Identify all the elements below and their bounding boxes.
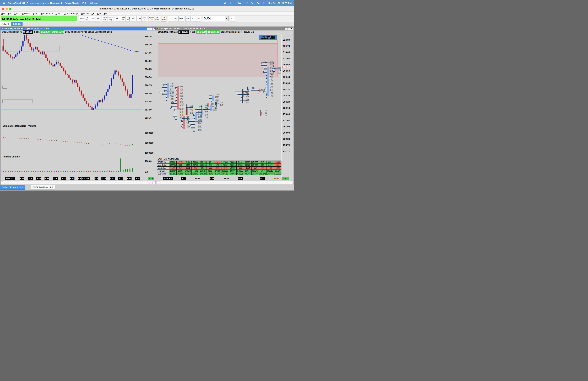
chevron-down-icon[interactable]: ▼	[225, 16, 228, 21]
toolbar-button-srv-set[interactable]: SrvSet	[84, 16, 90, 22]
volume-profile-box	[176, 96, 177, 98]
table-cell: 6146	[184, 161, 191, 164]
chart1-price-scale[interactable]: 355.25345.10334.95324.80314.65304.50294.…	[143, 34, 156, 177]
app-menu-item[interactable]: Window	[80, 12, 90, 15]
app-menu-item[interactable]: Global Settings	[63, 12, 80, 15]
toolbar-button-val-wind[interactable]: ValWind	[155, 16, 160, 22]
toolbar-button-dis[interactable]: Dis	[95, 16, 100, 22]
toolbar-button-4h[interactable]: 4H	[196, 16, 201, 22]
volume-profile-box	[195, 110, 202, 111]
toolbar-button-con[interactable]: Con	[90, 16, 95, 22]
minimize-icon[interactable]: _	[284, 27, 287, 30]
chartbook-tab-9-17-25[interactable]: 9.17.25	[0, 22, 11, 26]
toolbar-button-cdl-bars[interactable]: CdlBars	[161, 16, 167, 22]
app-menu-item[interactable]: Trade	[54, 12, 63, 15]
app-menu-item[interactable]: Tools	[31, 12, 39, 15]
toolbar-button-rplay-chrt[interactable]: RplayChrt	[148, 16, 154, 22]
volume-profile-box	[180, 106, 187, 108]
toolbar-button-text[interactable]: Text	[137, 16, 142, 22]
volume-profile-value: 9702	[275, 73, 281, 74]
minimize-icon[interactable]: _	[147, 27, 150, 30]
toolbar-gap	[160, 16, 161, 22]
chart1-scrollbar[interactable]: ‹ ›	[1, 181, 156, 185]
chartbook-tab-9-20-25[interactable]: 9.20.25	[11, 22, 22, 26]
chart2-titlebar[interactable]: DUOL[M] 240 Min #2 L:1 | DUOLINGO, INC. …	[156, 27, 293, 30]
table-row: Min Delta:-100-3175-2891-9911367-783-272…	[157, 167, 281, 170]
table-cell: 220002	[191, 172, 199, 175]
table-cell: 956347	[251, 170, 259, 172]
snowflake-icon[interactable]: ✳	[230, 1, 232, 5]
toolbar-button-chart-stdy[interactable]: ChartStdy	[108, 16, 113, 22]
status-segment: DUOL[M] 240 Min #1	[1, 30, 22, 34]
battery-icon[interactable]	[238, 2, 243, 4]
app-menu-item[interactable]: Analysis	[21, 12, 31, 15]
table-cell: -13988	[274, 161, 281, 164]
chart1-plot-area[interactable]: Cumulative Delta Bars - Volume Relative …	[1, 34, 143, 177]
toolbar-button-line[interactable]: Line	[131, 16, 136, 22]
scroll-left-icon[interactable]: ‹	[1, 181, 4, 184]
volume-profile-value: 100	[202, 117, 208, 118]
toolbar-button-ptr[interactable]: Ptr	[115, 16, 120, 22]
app-menu-item[interactable]: CB	[90, 12, 96, 15]
chart2-price-scale[interactable]: 324.80320.74316.68312.62308.56304.50300.…	[281, 34, 293, 177]
app-menu-item[interactable]: Chart	[13, 12, 21, 15]
volume-profile-box	[181, 126, 183, 128]
table-cell: 158120	[199, 161, 207, 164]
toolbar-button-d[interactable]: D	[168, 16, 173, 22]
toolbar-button-chart-set[interactable]: ChartSet	[102, 16, 107, 22]
table-cell: -9911	[191, 167, 199, 170]
table-cell: 679221	[236, 172, 244, 175]
scroll-left-icon[interactable]: ‹	[157, 181, 160, 184]
macos-app-title[interactable]: SierraChart_64 (C_users_crossover_Docume…	[8, 2, 79, 4]
nordvpn-icon[interactable]	[224, 1, 227, 5]
close-icon[interactable]: X	[153, 27, 156, 30]
chart1-titlebar[interactable]: DUOL[M] 240 Min #1 L:1 | DUOLINGO, INC. …	[0, 27, 156, 30]
chart2-date-axis: 2025-9-169-1712:009-1812:009-199-2212:00…	[157, 177, 293, 181]
table-cell: 653	[259, 164, 267, 167]
table-cell: 364716	[221, 172, 229, 175]
updown-arrow-icon[interactable]: ↕	[234, 2, 236, 5]
siri-icon[interactable]	[262, 2, 265, 5]
app-menu-item[interactable]: Edit	[6, 12, 13, 15]
status-segment: T: 685	[33, 30, 40, 34]
table-cell: 160524	[199, 170, 207, 172]
table-cell: 284994	[229, 170, 236, 172]
window-tab[interactable]: DUOL 240 Min #1 L:1	[0, 185, 25, 190]
toolbar-button-wk[interactable]: Wk	[173, 16, 178, 22]
chart2-plot-area[interactable]: 13:37:58 BOTTOM NUMBERS DELTA Vol:180801…	[157, 34, 281, 177]
symbol-combo[interactable]: DUOL▼	[203, 16, 229, 21]
app-menu-item[interactable]: Spreadsheet	[39, 12, 54, 15]
volume-profile-box	[265, 73, 267, 74]
wifi-icon[interactable]	[245, 2, 249, 4]
close-icon[interactable]: X	[290, 27, 293, 30]
toolbar-button-1h[interactable]: 1H	[191, 16, 196, 22]
toolbar-button-hand[interactable]: Hand	[79, 16, 84, 22]
app-menu-item[interactable]: Help	[102, 12, 109, 15]
scroll-right-icon[interactable]: ›	[152, 181, 155, 184]
chart2-scrollbar[interactable]: ‹ ›	[157, 181, 293, 185]
macos-menu-edit[interactable]: Edit	[82, 2, 86, 4]
toolbar-button-tool-cfg1[interactable]: ToolCfg1	[142, 16, 147, 22]
toolbar-button-adj-reg[interactable]: AdjReg	[126, 16, 131, 22]
macos-menu-window[interactable]: Window	[90, 2, 98, 4]
maximize-icon[interactable]: □	[287, 27, 290, 30]
table-cell: -500	[274, 164, 281, 167]
maximize-icon[interactable]: □	[150, 27, 153, 30]
macos-clock[interactable]: Mon Sep 22 12:37 PM	[268, 2, 292, 4]
search-icon[interactable]	[251, 2, 254, 4]
dvp-button[interactable]: DVP	[230, 16, 235, 22]
table-cell: 348	[259, 161, 267, 164]
toolbar-button-mnth[interactable]: Mnth	[178, 16, 184, 22]
table-cell: -2891	[184, 167, 191, 170]
toolbar-button-chart-val[interactable]: ChartVal	[120, 16, 126, 22]
volume-profile-box	[251, 89, 259, 90]
price-tick: 272.02	[283, 119, 290, 122]
app-menu-item[interactable]: File	[0, 12, 6, 15]
control-center-icon[interactable]	[257, 2, 259, 4]
volume-profile-box	[237, 93, 243, 95]
toolbar-button-30m[interactable]: 30M	[185, 16, 190, 22]
scroll-right-icon[interactable]: ›	[290, 181, 293, 184]
app-menu-item[interactable]: CW	[96, 12, 102, 15]
apple-icon[interactable]	[3, 1, 5, 5]
window-tab[interactable]: DUOL 240 Min #2 L:1	[31, 185, 55, 190]
